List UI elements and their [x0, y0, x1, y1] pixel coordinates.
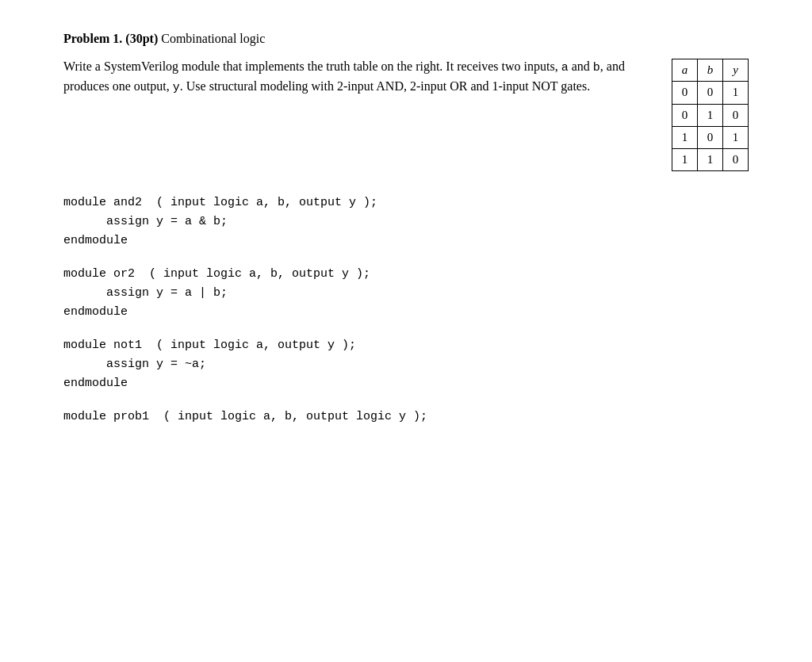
code-block-prob1: module prob1 ( input logic a, b, output …: [63, 408, 749, 427]
table-row: 1 0 1: [672, 126, 749, 148]
code-block-and2: module and2 ( input logic a, b, output y…: [63, 193, 749, 251]
table-cell: 0: [698, 126, 723, 148]
table-row: 0 1 0: [672, 104, 749, 126]
code-line: assign y = a | b;: [63, 284, 749, 303]
table-cell: 1: [672, 126, 698, 148]
truth-table: a b y 0 0 1 0 1 0 1 0: [672, 59, 749, 171]
code-line: endmodule: [63, 303, 749, 322]
table-header-y: y: [723, 59, 749, 82]
table-row: 0 0 1: [672, 82, 749, 104]
page-container: Problem 1. (30pt) Combinational logic Wr…: [63, 32, 749, 662]
table-cell: 0: [698, 82, 723, 104]
table-cell: 1: [723, 126, 749, 148]
code-block-not1: module not1 ( input logic a, output y );…: [63, 336, 749, 393]
table-cell: 0: [723, 104, 749, 126]
table-cell: 1: [723, 82, 749, 104]
code-line: module prob1 ( input logic a, b, output …: [63, 408, 749, 427]
table-cell: 1: [672, 149, 698, 171]
code-line: module or2 ( input logic a, b, output y …: [63, 265, 749, 284]
table-header-a: a: [672, 59, 698, 82]
code-line: endmodule: [63, 374, 749, 393]
problem-description: Write a SystemVerilog module that implem…: [63, 57, 749, 171]
code-line: endmodule: [63, 232, 749, 251]
code-line: module not1 ( input logic a, output y );: [63, 336, 749, 355]
problem-title-bold: Problem 1. (30pt): [63, 32, 158, 45]
code-line: assign y = ~a;: [63, 355, 749, 374]
code-line: module and2 ( input logic a, b, output y…: [63, 193, 749, 212]
description-text: Write a SystemVerilog module that implem…: [63, 57, 657, 98]
code-section: module and2 ( input logic a, b, output y…: [63, 193, 749, 427]
table-cell: 0: [672, 82, 698, 104]
table-header-b: b: [698, 59, 723, 82]
bottom-section: endmodule: [63, 441, 749, 662]
code-line: assign y = a & b;: [63, 212, 749, 232]
table-cell: 0: [672, 104, 698, 126]
table-cell: 1: [698, 149, 723, 171]
table-row: 1 1 0: [672, 149, 749, 171]
code-block-or2: module or2 ( input logic a, b, output y …: [63, 265, 749, 322]
table-cell: 0: [723, 149, 749, 171]
problem-title-rest: Combinational logic: [158, 32, 265, 45]
table-cell: 1: [698, 104, 723, 126]
problem-title: Problem 1. (30pt) Combinational logic: [63, 32, 749, 46]
